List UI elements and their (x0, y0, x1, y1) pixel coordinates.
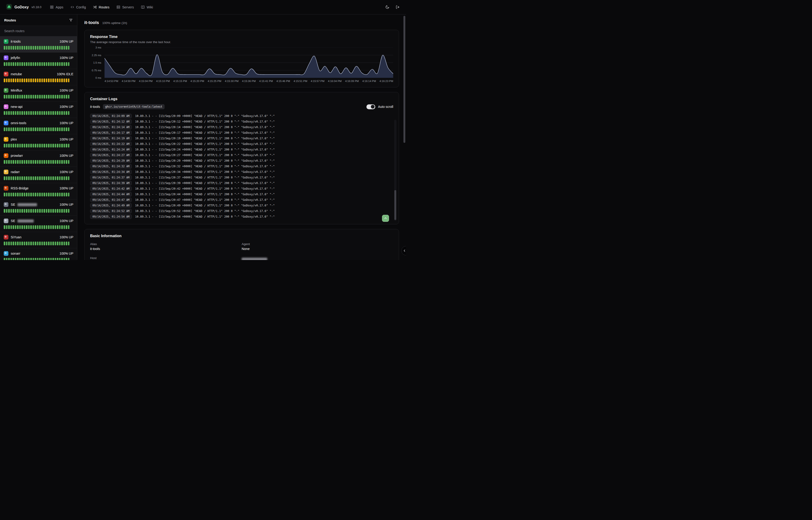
auto-scroll-toggle[interactable] (366, 104, 375, 109)
prowlarr-app-icon (4, 153, 8, 158)
routes-list: it-tools100% UPjellyfin100% UPmetube100%… (0, 36, 77, 260)
info-field-redacted (242, 256, 393, 260)
route-uptime-bars (4, 241, 73, 245)
route-status: 100% UP (60, 88, 73, 92)
nav-item-apps[interactable]: Apps (50, 5, 63, 9)
route-item-jellyfin-1[interactable]: jellyfin100% UP (0, 53, 77, 69)
x-tick-label: 4:15:10 PM (156, 80, 170, 82)
log-message: 10.89.3.1 - - [13/Sep/20:09 +0000] "HEAD… (135, 114, 275, 118)
top-navbar: GoDoxy v0.18.0 AppsConfigRoutesServersWi… (0, 0, 406, 15)
basic-info-title: Basic Information (90, 234, 393, 238)
nav-item-routes[interactable]: Routes (93, 5, 109, 9)
log-timestamp-badge: 09/14/2025, 01:24:34 AM (90, 170, 132, 174)
rss-bridge-app-icon (4, 186, 8, 190)
route-item-siyuan-12[interactable]: SiYuan100% UP (0, 232, 77, 249)
scroll-to-top-button[interactable] (382, 215, 389, 222)
info-field-alias: Aliasit-tools (90, 242, 242, 251)
nav-item-label: Config (76, 5, 86, 9)
chart-area (105, 48, 393, 78)
route-item-prowlarr-7[interactable]: prowlarr100% UP (0, 151, 77, 167)
route-item-se-11[interactable]: SE100% UP (0, 216, 77, 232)
log-message: 10.89.3.1 - - [13/Sep/20:42 +0000] "HEAD… (135, 187, 275, 190)
log-row: 09/14/2025, 01:24:24 AM10.89.3.1 - - [13… (90, 147, 389, 152)
response-time-card: Response Time The average response time … (84, 30, 399, 87)
container-logs-title: Container Logs (90, 97, 393, 101)
info-field-value: it-tools (90, 247, 242, 251)
redacted-route-name (18, 219, 34, 223)
route-status: 100% UP (60, 121, 73, 125)
toggle-knob (371, 105, 374, 109)
nav-item-servers[interactable]: Servers (116, 5, 134, 9)
filter-button[interactable] (69, 18, 73, 22)
route-name: plex (11, 137, 17, 141)
godoxy-logo (6, 4, 12, 11)
route-item-se-10[interactable]: SE100% UP (0, 200, 77, 216)
log-row: 09/14/2025, 01:24:34 AM10.89.3.1 - - [13… (90, 169, 389, 175)
logout-icon (395, 5, 400, 9)
servers-icon (116, 5, 120, 9)
new-api-app-icon (4, 104, 8, 109)
route-name: it-tools (11, 40, 21, 43)
info-field-value (242, 257, 393, 260)
routes-sidebar: Routes it-tools100% UPjellyfin100% UPmet… (0, 15, 77, 260)
route-uptime-bars (4, 209, 73, 213)
route-uptime-bars (4, 127, 73, 131)
route-name: SE (11, 219, 15, 223)
nav-item-config[interactable]: Config (70, 5, 86, 9)
theme-toggle-button[interactable] (385, 5, 390, 9)
route-item-rss-bridge-9[interactable]: RSS-Bridge100% UP (0, 183, 77, 200)
x-tick-label: 4:15:36 PM (242, 80, 256, 82)
y-tick-label: 2.25 ms (92, 54, 101, 57)
brand[interactable]: GoDoxy v0.18.0 (6, 4, 41, 11)
log-timestamp-badge: 09/14/2025, 01:24:24 AM (90, 147, 132, 152)
main-content: it-tools 100% uptime (1h) Response Time … (77, 15, 406, 260)
route-uptime-bars (4, 62, 73, 66)
route-item-omni-tools-5[interactable]: omni-tools100% UP (0, 118, 77, 134)
route-item-miniflux-3[interactable]: Miniflux100% UP (0, 85, 77, 102)
logout-button[interactable] (395, 5, 400, 9)
log-message: 10.89.3.1 - - [13/Sep/20:47 +0000] "HEAD… (135, 198, 275, 202)
route-name: metube (11, 72, 22, 76)
x-tick-label: 4:14:59 PM (122, 80, 136, 82)
log-timestamp-badge: 09/14/2025, 01:24:29 AM (90, 158, 132, 163)
metube-app-icon (4, 72, 8, 76)
logs-scrollbar-thumb[interactable] (394, 190, 396, 220)
route-item-new-api-4[interactable]: new-api100% UP (0, 102, 77, 118)
log-timestamp-badge: 09/14/2025, 01:24:37 AM (90, 175, 132, 180)
nav-item-label: Servers (122, 5, 134, 9)
route-item-radarr-8[interactable]: radarr100% UP (0, 167, 77, 183)
y-tick-label: 0.75 ms (92, 69, 101, 72)
route-item-plex-6[interactable]: plex100% UP (0, 134, 77, 151)
navbar-actions (385, 5, 400, 9)
apps-grid-icon (50, 5, 54, 9)
log-timestamp-badge: 09/14/2025, 01:24:32 AM (90, 164, 132, 169)
log-message: 10.89.3.1 - - [13/Sep/20:27 +0000] "HEAD… (135, 154, 275, 157)
route-name: RSS-Bridge (11, 186, 29, 190)
route-status: 100% UP (60, 137, 73, 141)
nav-item-label: Apps (56, 5, 63, 9)
brand-version: v0.18.0 (31, 5, 41, 9)
response-time-chart: 3 ms2.25 ms1.5 ms0.75 ms0 ms 4:14:53 PM4… (90, 48, 393, 82)
chart-x-axis: 4:14:53 PM4:14:59 PM4:15:04 PM4:15:10 PM… (105, 80, 393, 82)
wiki-icon (141, 5, 145, 9)
route-item-metube-2[interactable]: metube100% IDLE (0, 69, 77, 85)
log-timestamp-badge: 09/14/2025, 01:24:39 AM (90, 181, 132, 185)
search-routes-input[interactable] (0, 26, 77, 36)
log-message: 10.89.3.1 - - [13/Sep/20:34 +0000] "HEAD… (135, 170, 275, 174)
logs-list: 09/14/2025, 01:24:09 AM10.89.3.1 - - [13… (90, 113, 393, 219)
page-scrollbar-thumb[interactable] (403, 16, 405, 143)
y-tick-label: 0 ms (95, 76, 101, 79)
logs-scrollbar[interactable] (394, 120, 396, 221)
page-scrollbar[interactable] (403, 16, 405, 259)
info-field-label: Host (90, 256, 242, 260)
moon-icon (385, 5, 390, 9)
chart-y-axis: 3 ms2.25 ms1.5 ms0.75 ms0 ms (90, 48, 102, 78)
page-title: it-tools (84, 20, 99, 25)
route-item-it-tools-0[interactable]: it-tools100% UP (0, 36, 77, 53)
nav-item-wiki[interactable]: Wiki (141, 5, 153, 9)
x-tick-label: 4:15:25 PM (208, 80, 221, 82)
log-timestamp-badge: 09/14/2025, 01:24:42 AM (90, 186, 132, 191)
route-item-sonarr-13[interactable]: sonarr100% UP (0, 249, 77, 260)
route-uptime-bars (4, 193, 73, 197)
log-row: 09/14/2025, 01:24:52 AM10.89.3.1 - - [13… (90, 208, 389, 214)
